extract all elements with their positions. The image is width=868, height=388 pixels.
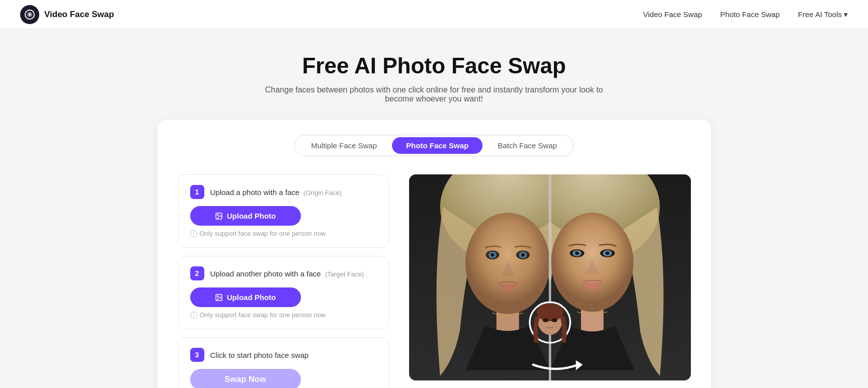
svg-point-18 bbox=[521, 253, 524, 257]
svg-point-17 bbox=[491, 253, 494, 257]
svg-point-4 bbox=[217, 214, 218, 215]
nav-free-ai-tools[interactable]: Free AI Tools ▾ bbox=[798, 10, 848, 19]
tab-multiple-face-swap[interactable]: Multiple Face Swap bbox=[297, 137, 391, 154]
step-3-header: 3 Click to start photo face swap bbox=[190, 348, 376, 362]
step-3-number: 3 bbox=[190, 348, 204, 362]
info-icon-1: i bbox=[190, 230, 197, 237]
tab-batch-face-swap[interactable]: Batch Face Swap bbox=[484, 137, 571, 154]
tab-pill-container: Multiple Face Swap Photo Face Swap Batch… bbox=[294, 135, 574, 156]
upload-icon-2 bbox=[215, 294, 223, 302]
svg-point-27 bbox=[605, 251, 609, 255]
step-2-number: 2 bbox=[190, 266, 204, 280]
svg-point-32 bbox=[542, 318, 548, 322]
step-1-number: 1 bbox=[190, 185, 204, 199]
step-3-label: Click to start photo face swap bbox=[210, 351, 309, 359]
tab-photo-face-swap[interactable]: Photo Face Swap bbox=[392, 137, 483, 154]
svg-point-26 bbox=[575, 251, 579, 255]
hero-section: Free AI Photo Face Swap Change faces bet… bbox=[0, 29, 868, 120]
main-card: Multiple Face Swap Photo Face Swap Batch… bbox=[157, 120, 711, 388]
step-1-hint: i Only support face swap for one person … bbox=[190, 230, 376, 237]
step-1-card: 1 Upload a photo with a face (Origin Fac… bbox=[178, 174, 389, 248]
step-2-label: Upload another photo with a face (Target… bbox=[210, 269, 364, 278]
logo-icon bbox=[20, 5, 39, 24]
step-2-hint: i Only support face swap for one person … bbox=[190, 311, 376, 319]
step-3-card: 3 Click to start photo face swap Swap No… bbox=[178, 337, 389, 388]
svg-point-2 bbox=[29, 14, 31, 16]
dropdown-arrow-icon: ▾ bbox=[844, 10, 848, 19]
preview-column bbox=[409, 174, 691, 380]
step-1-label: Upload a photo with a face (Origin Face) bbox=[210, 188, 342, 197]
navbar: Video Face Swap Video Face Swap Photo Fa… bbox=[0, 0, 868, 29]
page-title: Free AI Photo Face Swap bbox=[10, 53, 858, 78]
step-1-header: 1 Upload a photo with a face (Origin Fac… bbox=[190, 185, 376, 199]
svg-point-31 bbox=[536, 304, 564, 322]
svg-point-6 bbox=[217, 296, 218, 297]
info-icon-2: i bbox=[190, 312, 197, 319]
content-area: 1 Upload a photo with a face (Origin Fac… bbox=[178, 174, 691, 388]
steps-column: 1 Upload a photo with a face (Origin Fac… bbox=[178, 174, 389, 388]
swap-now-button[interactable]: Swap Now bbox=[190, 369, 301, 388]
nav-logo-text: Video Face Swap bbox=[44, 10, 114, 20]
step-2-header: 2 Upload another photo with a face (Targ… bbox=[190, 266, 376, 280]
svg-rect-28 bbox=[548, 174, 550, 380]
upload-photo-button-1[interactable]: Upload Photo bbox=[190, 206, 301, 226]
upload-icon-1 bbox=[215, 212, 223, 220]
preview-image bbox=[409, 174, 691, 380]
upload-photo-button-2[interactable]: Upload Photo bbox=[190, 287, 301, 307]
step-2-card: 2 Upload another photo with a face (Targ… bbox=[178, 256, 389, 329]
nav-links: Video Face Swap Photo Face Swap Free AI … bbox=[643, 10, 848, 19]
nav-logo[interactable]: Video Face Swap bbox=[20, 5, 114, 24]
nav-video-face-swap[interactable]: Video Face Swap bbox=[643, 10, 702, 19]
nav-photo-face-swap[interactable]: Photo Face Swap bbox=[720, 10, 779, 19]
svg-point-33 bbox=[551, 318, 557, 322]
preview-svg bbox=[409, 174, 691, 380]
hero-subtitle: Change faces between photos with one cli… bbox=[258, 85, 610, 104]
tab-group: Multiple Face Swap Photo Face Swap Batch… bbox=[178, 135, 691, 156]
